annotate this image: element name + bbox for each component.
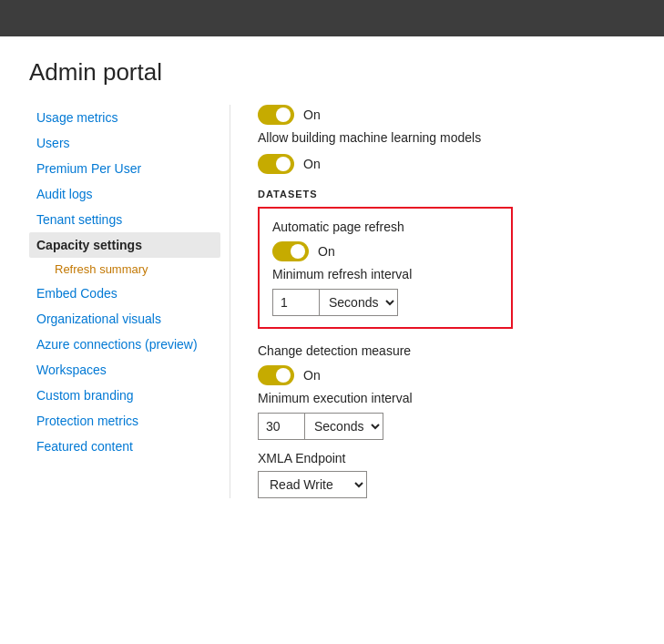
datasets-section-label: DATASETS: [258, 189, 635, 199]
min-execution-interval-label: Minimum execution interval: [258, 391, 635, 405]
sidebar-sub-item-refresh-summary[interactable]: Refresh summary: [29, 258, 220, 281]
automatic-page-refresh-box: Automatic page refresh On Minimum refres…: [258, 207, 513, 329]
sidebar-item-organizational-visuals[interactable]: Organizational visuals: [29, 306, 220, 332]
execution-interval-unit-select[interactable]: Seconds Minutes: [305, 413, 383, 440]
toggle1-label: On: [303, 107, 321, 122]
xmla-endpoint-select[interactable]: Read Write Read Only Off: [258, 471, 367, 498]
change-detection-toggle-label: On: [303, 368, 321, 383]
min-refresh-interval-label: Minimum refresh interval: [272, 267, 498, 281]
execution-interval-row: Seconds Minutes: [258, 413, 635, 440]
ml-models-toggle[interactable]: [258, 105, 294, 125]
sidebar-item-custom-branding[interactable]: Custom branding: [29, 383, 220, 408]
sidebar-item-users[interactable]: Users: [29, 130, 220, 156]
sidebar-item-embed-codes[interactable]: Embed Codes: [29, 281, 220, 306]
sidebar-item-tenant-settings[interactable]: Tenant settings: [29, 207, 220, 232]
refresh-interval-input[interactable]: [272, 289, 320, 316]
sidebar-item-premium-per-user[interactable]: Premium Per User: [29, 156, 220, 181]
page-refresh-toggle-row: On: [272, 241, 498, 261]
ml-models-toggle-row: On: [258, 105, 635, 125]
main-content: On Allow building machine learning model…: [230, 105, 635, 498]
toggle2-row: On: [258, 154, 635, 174]
page-refresh-toggle-label: On: [318, 244, 335, 259]
top-bar: [0, 0, 664, 36]
ml-models-description: Allow building machine learning models: [258, 130, 635, 145]
sidebar-item-azure-connections[interactable]: Azure connections (preview): [29, 332, 220, 357]
page-title: Admin portal: [29, 58, 635, 87]
automatic-page-refresh-title: Automatic page refresh: [272, 220, 498, 234]
toggle2-label: On: [303, 157, 321, 171]
change-detection-title: Change detection measure: [258, 343, 635, 358]
xmla-endpoint-label: XMLA Endpoint: [258, 451, 635, 465]
sidebar-item-usage-metrics[interactable]: Usage metrics: [29, 105, 220, 130]
sidebar-item-capacity-settings[interactable]: Capacity settings: [29, 232, 220, 258]
toggle2[interactable]: [258, 154, 294, 174]
sidebar-item-protection-metrics[interactable]: Protection metrics: [29, 408, 220, 434]
sidebar-item-featured-content[interactable]: Featured content: [29, 434, 220, 459]
refresh-interval-unit-select[interactable]: Seconds Minutes: [320, 289, 398, 316]
change-detection-toggle[interactable]: [258, 365, 294, 385]
refresh-interval-row: Seconds Minutes: [272, 289, 498, 316]
sidebar-item-workspaces[interactable]: Workspaces: [29, 357, 220, 383]
sidebar: Usage metrics Users Premium Per User Aud…: [29, 105, 230, 498]
page-refresh-toggle[interactable]: [272, 241, 309, 261]
sidebar-item-audit-logs[interactable]: Audit logs: [29, 181, 220, 207]
execution-interval-input[interactable]: [258, 413, 305, 440]
change-detection-toggle-row: On: [258, 365, 635, 385]
